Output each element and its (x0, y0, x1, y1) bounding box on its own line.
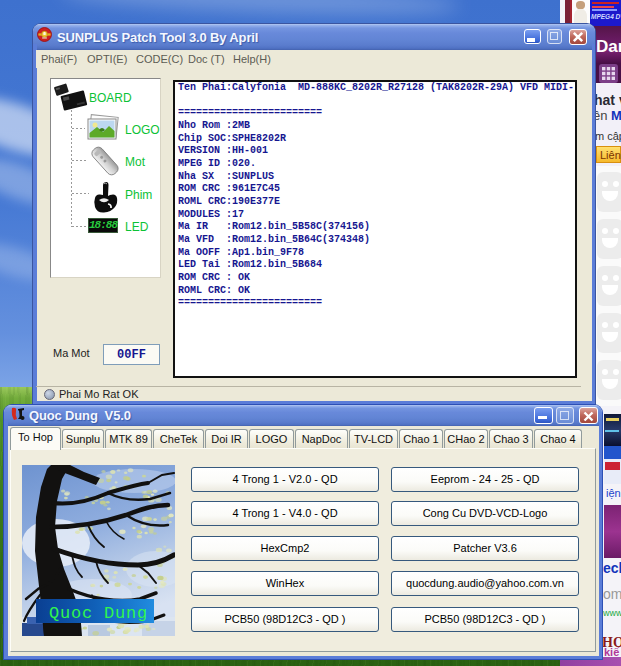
svg-text:Quoc Dung: Quoc Dung (49, 604, 148, 623)
